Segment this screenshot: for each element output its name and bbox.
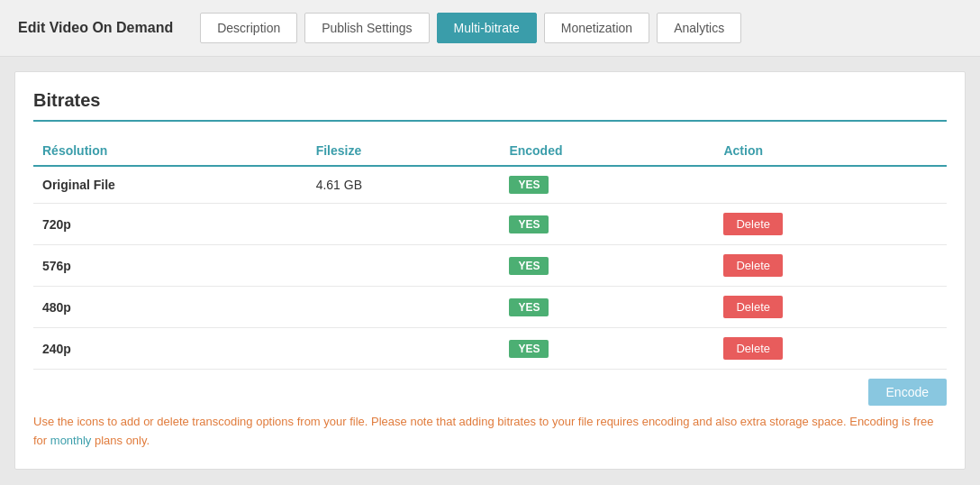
info-text: Use the icons to add or delete transcodi… (33, 413, 947, 451)
tab-multi-bitrate[interactable]: Multi-bitrate (437, 13, 537, 43)
cell-resolution: Original File (33, 166, 307, 204)
tab-monetization[interactable]: Monetization (544, 13, 649, 43)
cell-encoded: YES (500, 328, 714, 370)
cell-filesize: 4.61 GB (307, 166, 501, 204)
cell-action: Delete (714, 245, 947, 287)
yes-badge: YES (509, 176, 549, 194)
cell-resolution: 576p (33, 245, 307, 287)
table-row: 480pYESDelete (33, 287, 947, 328)
cell-action: Delete (714, 287, 947, 328)
yes-badge: YES (509, 298, 549, 316)
cell-action (714, 166, 947, 204)
delete-button[interactable]: Delete (723, 296, 783, 318)
delete-button[interactable]: Delete (723, 254, 783, 277)
delete-button[interactable]: Delete (723, 337, 783, 360)
section-title: Bitrates (33, 90, 947, 122)
cell-encoded: YES (500, 166, 714, 204)
col-filesize: Filesize (307, 136, 501, 166)
cell-filesize (307, 204, 501, 245)
table-row: 720pYESDelete (33, 204, 947, 245)
tab-navigation: Description Publish Settings Multi-bitra… (200, 13, 741, 43)
monthly-link[interactable]: monthly (50, 434, 92, 447)
top-bar: Edit Video On Demand Description Publish… (0, 0, 980, 57)
page-title: Edit Video On Demand (18, 20, 173, 36)
cell-action: Delete (714, 204, 947, 245)
cell-filesize (307, 328, 501, 370)
cell-action: Delete (714, 328, 947, 370)
cell-encoded: YES (500, 204, 714, 245)
tab-analytics[interactable]: Analytics (657, 13, 741, 43)
content-area: Bitrates Résolution Filesize Encoded Act… (14, 71, 966, 470)
cell-encoded: YES (500, 287, 714, 328)
col-resolution: Résolution (33, 136, 307, 166)
delete-button[interactable]: Delete (723, 213, 783, 235)
col-encoded: Encoded (500, 136, 714, 166)
table-row: 240pYESDelete (33, 328, 947, 370)
cell-encoded: YES (500, 245, 714, 287)
table-row: Original File4.61 GBYES (33, 166, 947, 204)
cell-resolution: 240p (33, 328, 307, 370)
cell-filesize (307, 245, 501, 287)
encode-row: Encode (33, 379, 947, 406)
tab-publish-settings[interactable]: Publish Settings (304, 13, 429, 43)
cell-resolution: 720p (33, 204, 307, 245)
col-action: Action (714, 136, 947, 166)
encode-button[interactable]: Encode (868, 379, 947, 406)
tab-description[interactable]: Description (200, 13, 297, 43)
cell-resolution: 480p (33, 287, 307, 328)
yes-badge: YES (509, 215, 549, 233)
table-row: 576pYESDelete (33, 245, 947, 287)
cell-filesize (307, 287, 501, 328)
yes-badge: YES (509, 340, 549, 358)
bitrate-table: Résolution Filesize Encoded Action Origi… (33, 136, 947, 370)
yes-badge: YES (509, 257, 549, 275)
